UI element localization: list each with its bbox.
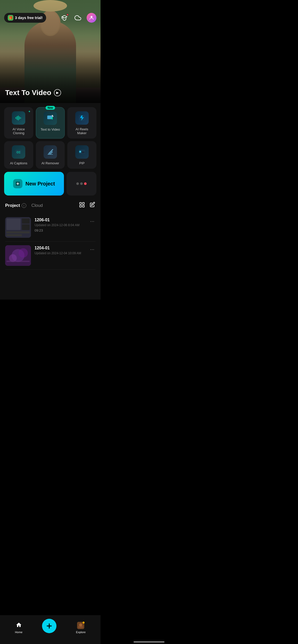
project-tab-label: Project [5,203,20,208]
svg-rect-19 [82,205,84,207]
tool-ai-voice[interactable]: ✦ AI Voice Cloning [4,107,33,139]
nav-spacer [4,270,96,295]
top-icons [60,13,96,23]
new-badge: New [46,106,55,110]
cloud-icon-btn[interactable] [73,13,82,22]
projects-header: Project i Cloud [5,202,95,209]
project-info-2: 1204-01 Updated on 2024-12-04 10:09 AM [35,245,85,257]
sparkle-icon: ✦ [28,110,31,113]
svg-text:CC: CC [17,151,21,154]
pip-label: PIP [79,161,85,165]
text-video-label: Text to Video [41,128,60,131]
new-project-button[interactable]: New Project [4,172,64,196]
thumb-preview-2 [5,245,31,266]
pip-icon [75,145,89,159]
play-button[interactable]: ▶ [54,89,61,96]
top-bar: 🎁 3 days free trial! [0,0,101,26]
svg-rect-16 [80,202,81,204]
project-name-1: 1206-01 [35,218,85,222]
tool-ai-remover[interactable]: AI Remover [36,141,65,169]
tool-text-video[interactable]: New Text to Video [36,107,65,139]
avatar-icon [89,15,94,21]
project-date-1: Updated on 2024-12-06 8:04 AM [35,223,85,227]
svg-rect-4 [19,116,20,120]
project-info-1: 1206-01 Updated on 2024-12-06 8:04 AM 09… [35,217,85,232]
tool-ai-captions[interactable]: CC AI Captions [4,141,33,169]
svg-rect-3 [18,116,19,121]
svg-rect-30 [6,261,30,262]
text-video-icon [44,112,57,125]
trial-label: 3 days free trial! [15,16,43,20]
school-icon [61,15,68,21]
notification-dot [67,14,69,16]
svg-rect-22 [22,218,30,224]
action-row: New Project [4,172,96,196]
edit-button[interactable] [89,202,95,209]
voice-icon [12,111,25,125]
text-video-wand-icon [47,115,54,122]
dots-indicator [76,182,87,185]
trial-icon: 🎁 [8,15,13,21]
info-icon[interactable]: i [22,203,26,208]
svg-rect-25 [6,234,22,236]
project-name-2: 1204-01 [35,246,85,250]
project-menu-2[interactable]: ··· [89,245,95,253]
main-content: ✦ AI Voice Cloning New [0,103,101,300]
svg-point-0 [90,16,92,18]
remover-icon [44,145,57,159]
svg-rect-12 [81,151,84,153]
svg-point-29 [19,248,28,258]
svg-rect-17 [82,202,84,204]
tool-pip[interactable]: PIP [67,141,96,169]
edit-icon [89,202,95,208]
projects-tabs: Project i Cloud [5,203,43,208]
tab-cloud[interactable]: Cloud [31,203,43,208]
hero-title-text: Text To Video [5,89,51,97]
svg-rect-21 [6,218,21,230]
cc-icon: CC [15,148,22,156]
plus-square-icon [15,181,21,187]
remover-label: AI Remover [42,161,59,165]
tools-grid: ✦ AI Voice Cloning New [4,107,96,169]
cloud-icon [74,14,81,21]
svg-rect-2 [17,116,17,120]
hero-title[interactable]: Text To Video ▶ [5,89,61,97]
project-thumbnail-1 [5,217,31,238]
tab-project[interactable]: Project i [5,203,26,208]
project-date-2: Updated on 2024-12-04 10:09 AM [35,251,85,255]
reels-bolt-icon [78,114,86,122]
dot-3 [84,182,87,185]
svg-rect-18 [80,205,81,207]
dot-2 [80,182,83,185]
projects-section: Project i Cloud [4,202,96,270]
trial-badge[interactable]: 🎁 3 days free trial! [4,13,46,23]
captions-icon: CC [12,145,25,159]
project-menu-1[interactable]: ··· [89,217,95,225]
hero-banner: 🎁 3 days free trial! [0,0,101,103]
thumb-preview-1 [5,217,31,238]
more-card[interactable] [67,172,96,196]
voice-waveform-icon [15,114,22,122]
avatar[interactable] [87,13,96,23]
header-actions [79,202,95,209]
project-item-2[interactable]: 1204-01 Updated on 2024-12-04 10:09 AM ·… [5,242,95,270]
voice-label: AI Voice Cloning [7,127,30,135]
pip-play-icon [78,148,86,156]
reels-label: AI Reels Maker [70,127,93,135]
project-thumbnail-2 [5,245,31,266]
reels-icon [75,111,89,125]
play-icon: ▶ [56,91,59,95]
school-icon-btn[interactable] [60,13,69,22]
captions-label: AI Captions [10,161,27,165]
dot-1 [76,182,79,185]
project-item[interactable]: 1206-01 Updated on 2024-12-06 8:04 AM 09… [5,214,95,242]
svg-rect-5 [20,117,21,119]
new-project-label: New Project [26,181,55,187]
grid-icon [79,202,85,208]
grid-view-button[interactable] [79,202,85,209]
tool-ai-reels[interactable]: AI Reels Maker [67,107,96,139]
svg-rect-23 [22,224,30,230]
cloud-tab-label: Cloud [31,203,43,208]
svg-rect-1 [16,117,16,119]
new-project-icon [13,179,22,188]
